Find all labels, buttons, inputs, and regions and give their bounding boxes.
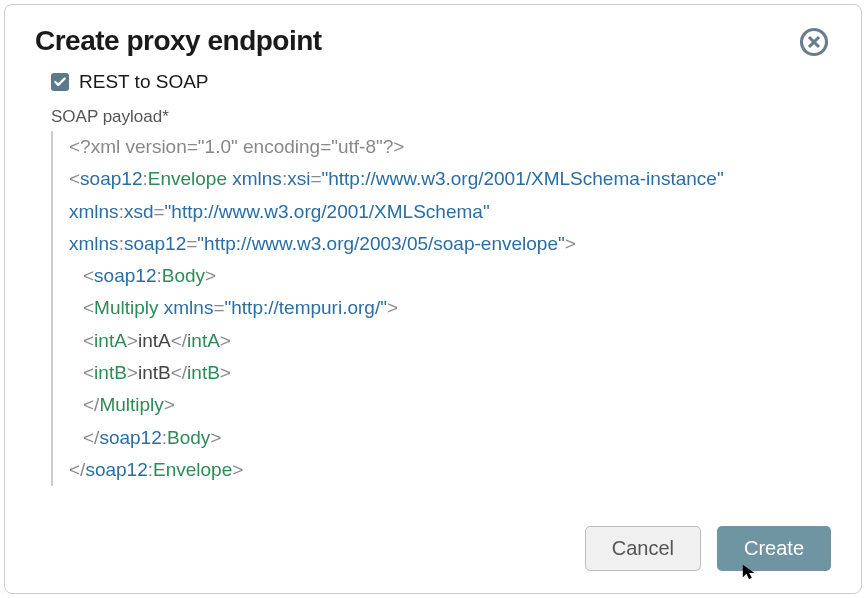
dialog-header: Create proxy endpoint — [35, 25, 831, 71]
soap-payload-editor[interactable]: <?xml version="1.0" encoding="utf-8"?> <… — [51, 131, 831, 486]
soap-payload-label: SOAP payload* — [51, 107, 831, 127]
rest-to-soap-checkbox-row: REST to SOAP — [51, 71, 831, 93]
body-open-line: <soap12:Body> — [69, 260, 831, 292]
intb-line: <intB>intB</intB> — [69, 357, 831, 389]
dialog-footer: Cancel Create — [585, 526, 831, 571]
envelope-close-line: </soap12:Envelope> — [69, 454, 831, 486]
body-close-line: </soap12:Body> — [69, 422, 831, 454]
close-icon[interactable] — [799, 27, 829, 57]
create-proxy-endpoint-dialog: Create proxy endpoint REST to SOAP SOAP … — [4, 4, 862, 594]
inta-line: <intA>intA</intA> — [69, 325, 831, 357]
xml-declaration: <?xml version="1.0" encoding="utf-8"?> — [69, 136, 404, 157]
rest-to-soap-checkbox[interactable] — [51, 73, 69, 91]
multiply-close-line: </Multiply> — [69, 389, 831, 421]
dialog-title: Create proxy endpoint — [35, 25, 322, 57]
envelope-open-line: <soap12:Envelope xmlns:xsi="http://www.w… — [69, 163, 831, 260]
rest-to-soap-label: REST to SOAP — [79, 71, 209, 93]
create-button[interactable]: Create — [717, 526, 831, 571]
cancel-button[interactable]: Cancel — [585, 526, 701, 571]
multiply-open-line: <Multiply xmlns="http://tempuri.org/"> — [69, 292, 831, 324]
